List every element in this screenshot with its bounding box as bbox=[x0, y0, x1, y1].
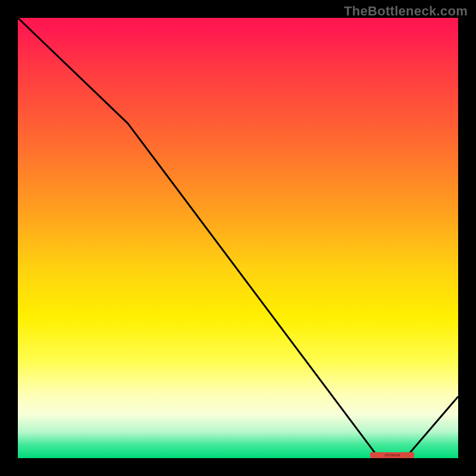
curve-svg bbox=[18, 18, 458, 458]
bottleneck-curve-line bbox=[18, 18, 458, 458]
plot-area: OPTIMUM bbox=[18, 18, 458, 458]
watermark-label: TheBottleneck.com bbox=[344, 4, 468, 19]
chart-frame: TheBottleneck.com OPTIMUM bbox=[0, 0, 476, 476]
optimum-marker-label: OPTIMUM bbox=[384, 453, 400, 457]
